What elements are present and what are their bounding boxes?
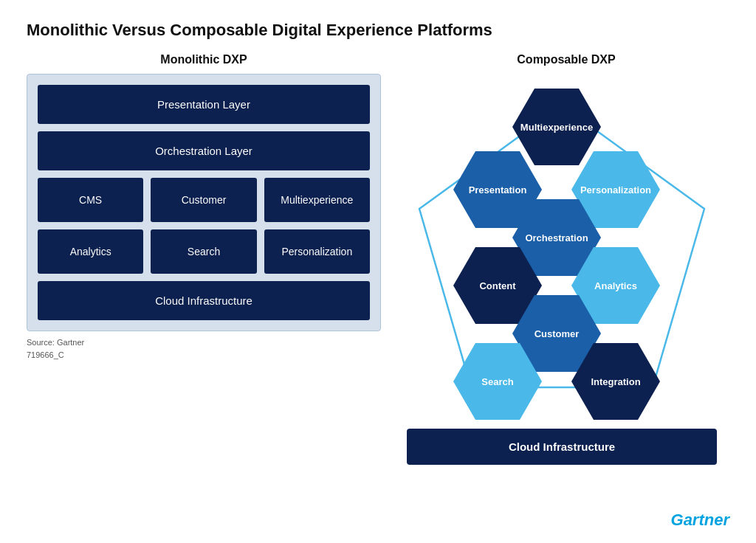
mono-row-1: CMS Customer Multiexperience — [38, 178, 370, 222]
orchestration-layer-block: Orchestration Layer — [38, 131, 370, 170]
cms-block: CMS — [38, 178, 143, 222]
cloud-infra-mono-block: Cloud Infrastructure — [38, 281, 370, 320]
search-block: Search — [151, 229, 256, 274]
personalization-block: Personalization — [264, 229, 370, 274]
mono-container: Presentation Layer Orchestration Layer C… — [27, 74, 381, 331]
presentation-layer-block: Presentation Layer — [38, 85, 370, 124]
source-text: Source: Gartner 719666_C — [27, 336, 381, 361]
multiexperience-block: Multiexperience — [264, 178, 370, 222]
main-title: Monolithic Versus Composable Digital Exp… — [27, 21, 729, 40]
mono-row-2: Analytics Search Personalization — [38, 229, 370, 274]
composable-section: Composable DXP Multiexperience — [403, 53, 729, 465]
monolithic-title: Monolithic DXP — [27, 53, 381, 66]
gartner-logo: Gartner — [671, 511, 729, 530]
cloud-infra-composable-bar: Cloud Infrastructure — [407, 429, 717, 465]
diagrams-row: Monolithic DXP Presentation Layer Orches… — [27, 53, 729, 465]
analytics-block: Analytics — [38, 229, 143, 274]
page: Monolithic Versus Composable Digital Exp… — [0, 0, 756, 543]
hex-search: Search — [453, 343, 542, 420]
customer-block: Customer — [151, 178, 256, 222]
monolithic-section: Monolithic DXP Presentation Layer Orches… — [27, 53, 381, 361]
hex-integration: Integration — [571, 343, 660, 420]
composable-diagram: Multiexperience Presentation Personaliza… — [403, 74, 721, 465]
composable-title: Composable DXP — [403, 53, 729, 66]
